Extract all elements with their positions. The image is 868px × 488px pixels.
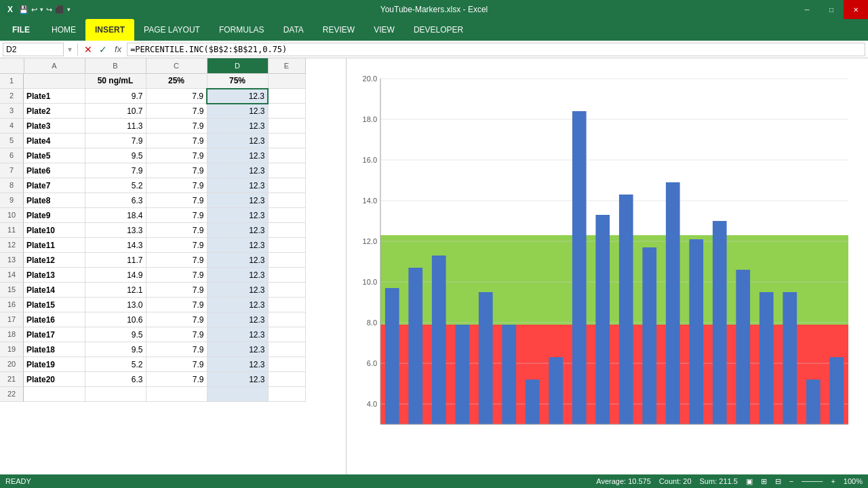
formula-input[interactable]: =PERCENTILE.INC($B$2:$B$21,0.75) <box>127 43 865 56</box>
cell-a3[interactable]: Plate2 <box>24 104 85 119</box>
qa-extra[interactable]: ⬛ <box>55 5 64 14</box>
cell-d7[interactable]: 12.3 <box>207 163 268 178</box>
cell-c10[interactable]: 7.9 <box>146 208 207 223</box>
cell-b20[interactable]: 5.2 <box>85 357 146 372</box>
cell-b18[interactable]: 9.5 <box>85 327 146 342</box>
cell-b9[interactable]: 6.3 <box>85 193 146 208</box>
cell-e3[interactable] <box>268 104 305 119</box>
cell-e21[interactable] <box>268 372 305 387</box>
cell-b10[interactable]: 18.4 <box>85 208 146 223</box>
cell-a11[interactable]: Plate10 <box>24 223 85 238</box>
empty-cell[interactable] <box>24 387 85 402</box>
cell-e5[interactable] <box>268 134 305 148</box>
cell-d2[interactable]: 12.3 <box>207 89 268 104</box>
cell-e16[interactable] <box>268 298 305 312</box>
cell-d17[interactable]: 12.3 <box>207 312 268 327</box>
cell-b8[interactable]: 5.2 <box>85 178 146 193</box>
empty-cell[interactable] <box>268 387 305 402</box>
view-normal[interactable]: ▣ <box>746 477 753 486</box>
cell-a17[interactable]: Plate16 <box>24 312 85 327</box>
cell-b16[interactable]: 13.0 <box>85 298 146 312</box>
qa-undo-dropdown[interactable]: ▾ <box>40 6 43 13</box>
cell-d20[interactable]: 12.3 <box>207 357 268 372</box>
zoom-in[interactable]: + <box>831 477 835 485</box>
cell-e10[interactable] <box>268 208 305 223</box>
cell-c7[interactable]: 7.9 <box>146 163 207 178</box>
cell-a4[interactable]: Plate3 <box>24 119 85 134</box>
cell-e12[interactable] <box>268 238 305 253</box>
maximize-button[interactable]: □ <box>819 0 844 19</box>
cell-reference-box[interactable]: D2 <box>3 43 64 56</box>
cell-d12[interactable]: 12.3 <box>207 238 268 253</box>
cell-e6[interactable] <box>268 148 305 163</box>
cell-e4[interactable] <box>268 119 305 134</box>
tab-data[interactable]: DATA <box>274 19 313 41</box>
cell-d3[interactable]: 12.3 <box>207 104 268 119</box>
cell-c5[interactable]: 7.9 <box>146 134 207 148</box>
cell-d21[interactable]: 12.3 <box>207 372 268 387</box>
tab-file[interactable]: FILE <box>0 19 42 41</box>
cell-e11[interactable] <box>268 223 305 238</box>
cell-c21[interactable]: 7.9 <box>146 372 207 387</box>
qa-more[interactable]: ▾ <box>67 6 71 13</box>
cell-e13[interactable] <box>268 253 305 268</box>
cell-d9[interactable]: 12.3 <box>207 193 268 208</box>
cell-c17[interactable]: 7.9 <box>146 312 207 327</box>
tab-view[interactable]: VIEW <box>364 19 404 41</box>
cell-e9[interactable] <box>268 193 305 208</box>
cell-b2[interactable]: 9.7 <box>85 89 146 104</box>
cell-c1[interactable]: 25% <box>146 73 207 89</box>
cell-c20[interactable]: 7.9 <box>146 357 207 372</box>
cell-a19[interactable]: Plate18 <box>24 342 85 357</box>
cell-a20[interactable]: Plate19 <box>24 357 85 372</box>
tab-page-layout[interactable]: PAGE LAYOUT <box>134 19 210 41</box>
cell-e18[interactable] <box>268 327 305 342</box>
empty-cell[interactable] <box>85 387 146 402</box>
cell-b12[interactable]: 14.3 <box>85 238 146 253</box>
cell-b7[interactable]: 7.9 <box>85 163 146 178</box>
cell-b21[interactable]: 6.3 <box>85 372 146 387</box>
cell-e17[interactable] <box>268 312 305 327</box>
col-header-e[interactable]: E <box>268 58 305 73</box>
qa-redo[interactable]: ↪ <box>46 5 52 14</box>
cell-b1[interactable]: 50 ng/mL <box>85 73 146 89</box>
cell-d5[interactable]: 12.3 <box>207 134 268 148</box>
cell-a5[interactable]: Plate4 <box>24 134 85 148</box>
tab-home[interactable]: HOME <box>42 19 85 41</box>
confirm-formula-button[interactable]: ✓ <box>97 43 109 56</box>
cell-c8[interactable]: 7.9 <box>146 178 207 193</box>
cell-d15[interactable]: 12.3 <box>207 283 268 298</box>
tab-insert[interactable]: INSERT <box>85 19 134 41</box>
cell-a16[interactable]: Plate15 <box>24 298 85 312</box>
cell-d18[interactable]: 12.3 <box>207 327 268 342</box>
cell-e20[interactable] <box>268 357 305 372</box>
cell-b19[interactable]: 9.5 <box>85 342 146 357</box>
cell-c12[interactable]: 7.9 <box>146 238 207 253</box>
cell-e19[interactable] <box>268 342 305 357</box>
cell-e1[interactable] <box>268 73 305 89</box>
cell-b11[interactable]: 13.3 <box>85 223 146 238</box>
cell-d11[interactable]: 12.3 <box>207 223 268 238</box>
view-page-break[interactable]: ⊟ <box>775 477 781 486</box>
tab-developer[interactable]: DEVELOPER <box>404 19 473 41</box>
cell-d8[interactable]: 12.3 <box>207 178 268 193</box>
cell-a6[interactable]: Plate5 <box>24 148 85 163</box>
cell-c19[interactable]: 7.9 <box>146 342 207 357</box>
cell-c18[interactable]: 7.9 <box>146 327 207 342</box>
cancel-formula-button[interactable]: ✕ <box>82 43 94 56</box>
cell-a10[interactable]: Plate9 <box>24 208 85 223</box>
empty-cell[interactable] <box>146 387 207 402</box>
cell-c2[interactable]: 7.9 <box>146 89 207 104</box>
cell-d1[interactable]: 75% <box>207 73 268 89</box>
cell-c16[interactable]: 7.9 <box>146 298 207 312</box>
col-header-d[interactable]: D <box>207 58 268 73</box>
cell-c15[interactable]: 7.9 <box>146 283 207 298</box>
zoom-slider[interactable]: ──── <box>802 477 823 485</box>
zoom-out[interactable]: − <box>789 477 793 485</box>
tab-review[interactable]: REVIEW <box>313 19 364 41</box>
cell-d14[interactable]: 12.3 <box>207 268 268 283</box>
cell-c3[interactable]: 7.9 <box>146 104 207 119</box>
minimize-button[interactable]: ─ <box>795 0 819 19</box>
view-layout[interactable]: ⊞ <box>761 477 767 486</box>
cell-c6[interactable]: 7.9 <box>146 148 207 163</box>
